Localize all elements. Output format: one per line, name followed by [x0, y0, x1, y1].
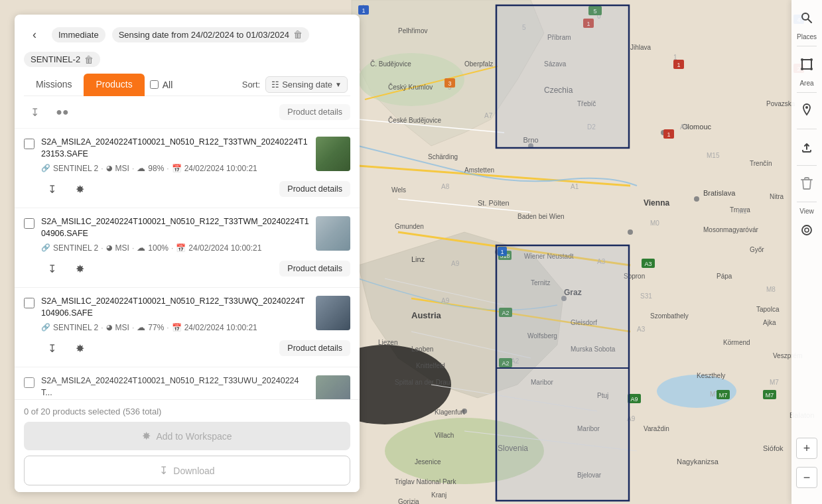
svg-point-147 [801, 58, 803, 61]
svg-text:České Budějovice: České Budějovice [388, 116, 441, 124]
svg-text:Szombathely: Szombathely [650, 312, 689, 320]
share-btn-1[interactable]: ✸ [69, 178, 90, 200]
svg-text:Trenčín: Trenčín [750, 160, 772, 167]
download-button: ↧ Download [24, 456, 350, 485]
product-actions-3: ↧ ✸ Product details [41, 338, 350, 359]
left-panel: ‹ Immediate Sensing date from 24/02/2024… [15, 15, 360, 492]
svg-text:S31: S31 [640, 292, 652, 300]
svg-text:Gmunden: Gmunden [395, 223, 424, 230]
svg-text:3: 3 [448, 80, 451, 87]
product-item-3: S2A_MSIL1C_20240224T100021_N0510_R122_T3… [15, 288, 360, 367]
svg-text:1: 1 [677, 62, 680, 68]
panel-footer: 0 of 20 products selected (536 total) ✸ … [15, 399, 360, 492]
svg-text:Knittelfeld: Knittelfeld [416, 362, 445, 369]
sort-select[interactable]: ☷ Sensing date ▼ [265, 76, 348, 93]
svg-line-145 [808, 19, 811, 23]
product-info-2: S2A_MSIL1C_20240224T100021_N0510_R122_T3… [41, 216, 309, 253]
upload-button[interactable] [794, 135, 819, 160]
product-name-1: S2A_MSIL2A_20240224T100021_N0510_R122_T3… [41, 137, 309, 160]
svg-text:Varaždin: Varaždin [644, 425, 669, 432]
svg-text:Keszthely: Keszthely [697, 372, 725, 379]
tabs-row: Missions Products All Sort: ☷ Sensing da… [24, 74, 350, 96]
product-details-btn-partial[interactable]: Product details [279, 104, 350, 120]
product-checkbox-3[interactable] [24, 298, 34, 308]
back-button[interactable]: ‹ [24, 24, 45, 45]
svg-text:Pápa: Pápa [717, 273, 732, 280]
svg-point-18 [628, 229, 633, 235]
svg-rect-139 [496, 5, 629, 148]
svg-text:Jesenice: Jesenice [415, 458, 441, 466]
zoom-out-button[interactable]: − [796, 467, 817, 488]
svg-text:Amstetten: Amstetten [464, 166, 494, 174]
checkbox-all[interactable] [150, 80, 159, 89]
tag-immediate: Immediate [52, 27, 105, 42]
svg-text:M7: M7 [770, 379, 779, 386]
product-thumb-3 [316, 296, 350, 330]
share-btn-2[interactable]: ✸ [69, 258, 90, 279]
svg-text:Nitra: Nitra [770, 193, 784, 200]
tab-products[interactable]: Products [84, 74, 144, 96]
download-btn-3[interactable]: ↧ [41, 338, 62, 359]
download-icon-btn-partial[interactable]: ↧ [24, 101, 45, 123]
svg-text:Körmend: Körmend [723, 339, 750, 346]
svg-point-149 [801, 68, 803, 70]
product-details-btn-1[interactable]: Product details [279, 181, 350, 197]
svg-text:M7: M7 [719, 392, 728, 399]
product-meta-2: 🔗 SENTINEL 2 · ◕ MSI · ☁ 100% · 📅 24/02/… [41, 243, 309, 253]
product-details-btn-3[interactable]: Product details [279, 340, 350, 356]
panel-header: ‹ Immediate Sensing date from 24/02/2024… [15, 15, 360, 96]
tag-sensing-date: Sensing date from 24/02/2024 to 01/03/20… [112, 27, 309, 42]
svg-point-17 [694, 196, 699, 202]
product-checkbox-1[interactable] [24, 139, 34, 149]
svg-text:Český Krumlov: Český Krumlov [388, 83, 433, 91]
svg-text:Siófok: Siófok [763, 444, 784, 452]
product-meta-1: 🔗 SENTINEL 2 · ◕ MSI · ☁ 98% · 📅 24/02/2… [41, 163, 309, 173]
tag-sentinel-delete[interactable]: 🗑 [84, 55, 94, 64]
products-list: ↧ ●● Product details S2A_MSIL2A_20240224… [15, 96, 360, 399]
svg-text:Jihlava: Jihlava [630, 44, 651, 51]
area-label: Area [799, 80, 813, 87]
download-btn-1[interactable]: ↧ [41, 178, 62, 200]
svg-point-152 [802, 225, 811, 235]
view-label: View [799, 208, 814, 215]
product-actions-1: ↧ ✸ Product details [41, 178, 350, 200]
selection-count: 0 of 20 products selected (536 total) [24, 407, 350, 416]
product-thumb-1 [316, 137, 350, 171]
svg-text:A1: A1 [571, 183, 579, 190]
share-btn-3[interactable]: ✸ [69, 338, 90, 359]
svg-text:M8: M8 [766, 286, 776, 293]
sidebar-divider-1 [797, 46, 817, 46]
svg-point-148 [810, 58, 813, 61]
tag-sentinel: SENTINEL-2 🗑 [24, 52, 100, 67]
product-checkbox-2[interactable] [24, 218, 34, 229]
zoom-in-button[interactable]: + [796, 438, 817, 459]
svg-text:Austria: Austria [411, 310, 442, 320]
area-button[interactable] [794, 52, 819, 77]
tag-sensing-date-delete[interactable]: 🗑 [293, 30, 303, 39]
product-name-2: S2A_MSIL1C_20240224T100021_N0510_R122_T3… [41, 216, 309, 239]
tab-missions[interactable]: Missions [24, 74, 84, 96]
product-item-4: S2A_MSIL2A_20240224T100021_N0510_R122_T3… [15, 367, 360, 399]
pin-button[interactable] [794, 98, 819, 123]
download-btn-2[interactable]: ↧ [41, 258, 62, 279]
product-checkbox-4[interactable] [24, 377, 34, 388]
svg-text:St. Pölten: St. Pölten [478, 199, 510, 207]
svg-text:Liezen: Liezen [378, 339, 397, 346]
svg-text:Pelhřimov: Pelhřimov [398, 27, 427, 34]
svg-text:M0: M0 [650, 220, 659, 227]
more-icon-btn-partial[interactable]: ●● [52, 101, 73, 123]
checkbox-all-label[interactable]: All [150, 80, 173, 90]
svg-text:1: 1 [362, 7, 365, 14]
svg-text:Wels: Wels [391, 186, 406, 194]
delete-button[interactable] [794, 171, 819, 196]
svg-text:M7: M7 [766, 392, 774, 399]
svg-text:Oberpfalz: Oberpfalz [464, 60, 493, 68]
sidebar-divider-3 [797, 129, 817, 129]
product-info-1: S2A_MSIL2A_20240224T100021_N0510_R122_T3… [41, 137, 309, 173]
view-button[interactable] [794, 218, 819, 243]
product-item-2: S2A_MSIL1C_20240224T100021_N0510_R122_T3… [15, 208, 360, 288]
svg-text:Spittal an der Drau: Spittal an der Drau [395, 379, 450, 386]
search-button[interactable] [794, 5, 819, 31]
product-details-btn-2[interactable]: Product details [279, 261, 350, 277]
places-label: Places [797, 33, 817, 40]
